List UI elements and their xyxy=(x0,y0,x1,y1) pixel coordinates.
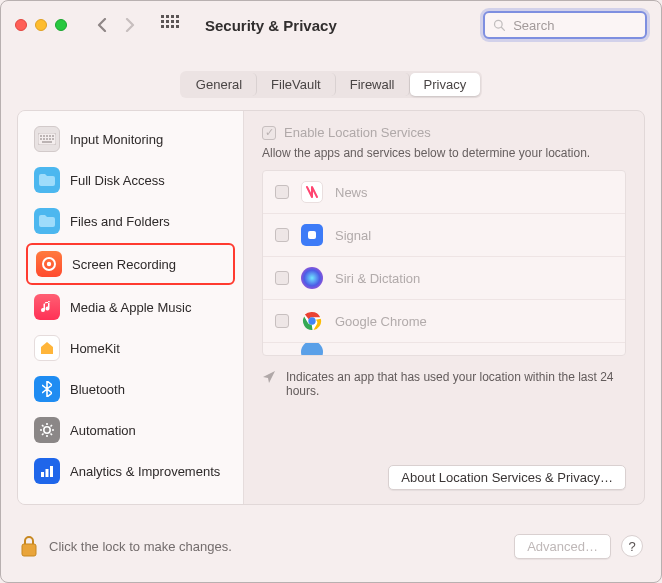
sidebar-item-automation[interactable]: Automation xyxy=(26,411,235,449)
bottom-bar: Click the lock to make changes. Advanced… xyxy=(1,521,661,571)
app-checkbox[interactable] xyxy=(275,185,289,199)
detail-description: Allow the apps and services below to det… xyxy=(262,146,626,160)
privacy-panel: Input Monitoring Full Disk Access Files … xyxy=(17,110,645,505)
app-checkbox[interactable] xyxy=(275,314,289,328)
svg-rect-28 xyxy=(308,231,316,239)
chart-icon xyxy=(34,458,60,484)
app-name: Signal xyxy=(335,228,371,243)
app-checkbox[interactable] xyxy=(275,271,289,285)
note-text: Indicates an app that has used your loca… xyxy=(286,370,626,398)
keyboard-icon xyxy=(34,126,60,152)
svg-rect-27 xyxy=(50,466,53,477)
enable-location-checkbox[interactable]: ✓ xyxy=(262,126,276,140)
sidebar-item-files-and-folders[interactable]: Files and Folders xyxy=(26,202,235,240)
svg-rect-10 xyxy=(46,138,48,140)
tab-privacy[interactable]: Privacy xyxy=(410,73,481,96)
svg-line-21 xyxy=(42,425,44,427)
news-icon xyxy=(301,181,323,203)
app-row-chrome[interactable]: Google Chrome xyxy=(263,300,625,343)
svg-rect-3 xyxy=(40,135,42,137)
sidebar-item-input-monitoring[interactable]: Input Monitoring xyxy=(26,120,235,158)
sidebar-item-label: Input Monitoring xyxy=(70,132,163,147)
sidebar-item-bluetooth[interactable]: Bluetooth xyxy=(26,370,235,408)
svg-rect-9 xyxy=(43,138,45,140)
svg-line-22 xyxy=(51,434,53,436)
svg-point-15 xyxy=(47,262,51,266)
sidebar-item-full-disk-access[interactable]: Full Disk Access xyxy=(26,161,235,199)
music-icon xyxy=(34,294,60,320)
app-row-news[interactable]: News xyxy=(263,171,625,214)
forward-button[interactable] xyxy=(119,14,141,36)
tab-bar: General FileVault Firewall Privacy xyxy=(17,71,645,98)
app-name: Siri & Dictation xyxy=(335,271,420,286)
tab-filevault[interactable]: FileVault xyxy=(257,73,336,96)
close-icon[interactable] xyxy=(15,19,27,31)
sidebar-item-media-apple-music[interactable]: Media & Apple Music xyxy=(26,288,235,326)
about-location-button[interactable]: About Location Services & Privacy… xyxy=(388,465,626,490)
zoom-icon[interactable] xyxy=(55,19,67,31)
minimize-icon[interactable] xyxy=(35,19,47,31)
svg-rect-4 xyxy=(43,135,45,137)
svg-rect-32 xyxy=(22,544,36,556)
enable-location-row: ✓ Enable Location Services xyxy=(262,125,626,140)
show-all-icon[interactable] xyxy=(161,15,181,35)
search-icon xyxy=(493,18,505,32)
location-indicator-note: Indicates an app that has used your loca… xyxy=(262,370,626,398)
tab-general[interactable]: General xyxy=(182,73,257,96)
folder-icon xyxy=(34,167,60,193)
svg-rect-12 xyxy=(52,138,54,140)
detail-pane: ✓ Enable Location Services Allow the app… xyxy=(244,111,644,504)
svg-line-23 xyxy=(42,434,44,436)
sidebar-item-label: Automation xyxy=(70,423,136,438)
signal-icon xyxy=(301,224,323,246)
app-name: News xyxy=(335,185,368,200)
tab-firewall[interactable]: Firewall xyxy=(336,73,410,96)
sidebar-item-label: HomeKit xyxy=(70,341,120,356)
svg-rect-11 xyxy=(49,138,51,140)
svg-line-1 xyxy=(501,27,504,30)
record-icon xyxy=(36,251,62,277)
svg-rect-5 xyxy=(46,135,48,137)
app-row-more[interactable] xyxy=(263,343,625,355)
sidebar-item-screen-recording[interactable]: Screen Recording xyxy=(26,243,235,285)
folder-icon xyxy=(34,208,60,234)
location-app-list[interactable]: News Signal Siri & Dictation xyxy=(262,170,626,356)
search-input[interactable] xyxy=(511,17,637,34)
window-title: Security & Privacy xyxy=(205,17,337,34)
search-field[interactable] xyxy=(483,11,647,39)
svg-rect-7 xyxy=(52,135,54,137)
sidebar-item-analytics[interactable]: Analytics & Improvements xyxy=(26,452,235,490)
app-row-signal[interactable]: Signal xyxy=(263,214,625,257)
location-arrow-icon xyxy=(262,370,276,398)
svg-rect-13 xyxy=(42,141,52,143)
svg-rect-26 xyxy=(46,469,49,477)
gear-icon xyxy=(34,417,60,443)
bluetooth-icon xyxy=(34,376,60,402)
advanced-button[interactable]: Advanced… xyxy=(514,534,611,559)
svg-rect-8 xyxy=(40,138,42,140)
svg-rect-6 xyxy=(49,135,51,137)
sidebar-item-label: Screen Recording xyxy=(72,257,176,272)
help-button[interactable]: ? xyxy=(621,535,643,557)
home-icon xyxy=(34,335,60,361)
sidebar-item-label: Full Disk Access xyxy=(70,173,165,188)
app-icon xyxy=(301,343,323,355)
svg-point-16 xyxy=(44,427,50,433)
nav-buttons xyxy=(91,14,141,36)
lock-icon[interactable] xyxy=(19,534,39,558)
app-row-siri[interactable]: Siri & Dictation xyxy=(263,257,625,300)
lock-text: Click the lock to make changes. xyxy=(49,539,232,554)
back-button[interactable] xyxy=(91,14,113,36)
window-controls xyxy=(15,19,67,31)
sidebar-item-label: Analytics & Improvements xyxy=(70,464,220,479)
svg-rect-25 xyxy=(41,472,44,477)
sidebar-item-homekit[interactable]: HomeKit xyxy=(26,329,235,367)
chrome-icon xyxy=(301,310,323,332)
sidebar-item-label: Bluetooth xyxy=(70,382,125,397)
app-checkbox[interactable] xyxy=(275,228,289,242)
app-name: Google Chrome xyxy=(335,314,427,329)
enable-location-label: Enable Location Services xyxy=(284,125,431,140)
privacy-sidebar[interactable]: Input Monitoring Full Disk Access Files … xyxy=(18,111,244,504)
svg-line-24 xyxy=(51,425,53,427)
sidebar-item-label: Media & Apple Music xyxy=(70,300,191,315)
